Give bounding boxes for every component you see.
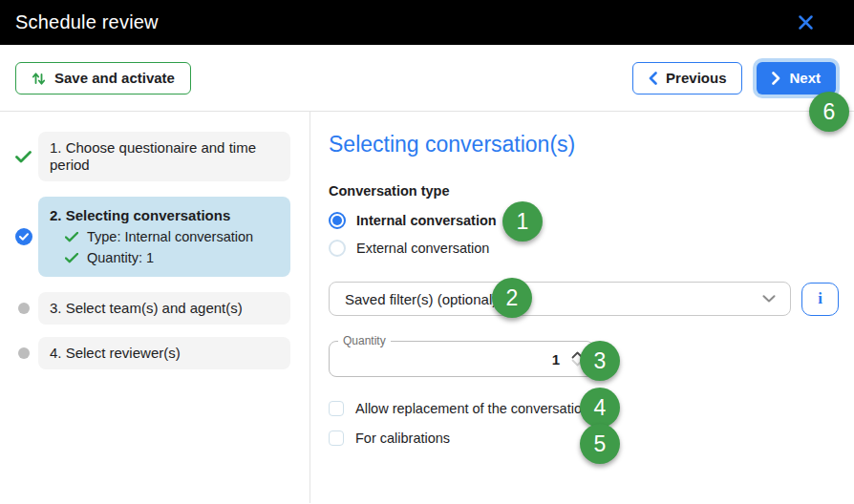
save-button-label: Save and activate xyxy=(54,70,175,86)
quantity-field[interactable]: Quantity 1 xyxy=(329,341,594,377)
step-item-select-reviewers[interactable]: 4. Select reviewer(s) xyxy=(38,337,290,369)
save-and-activate-button[interactable]: Save and activate xyxy=(15,62,191,94)
step-row-3: 3. Select team(s) and agent(s) xyxy=(15,292,290,325)
substep-type: Type: Internal conversation xyxy=(65,228,279,246)
step-item-choose-questionaire[interactable]: 1. Choose questionaire and time period xyxy=(38,132,290,181)
swap-vertical-icon xyxy=(32,71,46,86)
chevron-left-icon xyxy=(649,72,657,85)
dialog-header: Schedule review xyxy=(0,0,854,45)
step-row-4: 4. Select reviewer(s) xyxy=(15,337,290,369)
saved-filters-value: Saved filter(s) (optional) xyxy=(345,291,497,307)
saved-filters-select[interactable]: Saved filter(s) (optional) xyxy=(329,282,791,316)
radio-internal-conversation[interactable]: Internal conversation xyxy=(329,212,854,229)
step-item-select-teams[interactable]: 3. Select team(s) and agent(s) xyxy=(38,292,290,325)
substep-check-icon xyxy=(65,253,78,263)
step-row-2: 2. Selecting conversations Type: Interna… xyxy=(15,197,290,277)
step-pending-dot-icon xyxy=(18,347,30,359)
previous-button-label: Previous xyxy=(666,70,726,86)
wizard-nav-buttons: Previous Next xyxy=(632,62,836,94)
quantity-value: 1 xyxy=(552,351,560,368)
annotation-badge-3: 3 xyxy=(580,341,620,381)
annotation-badge-1: 1 xyxy=(502,201,543,242)
step-row-1: 1. Choose questionaire and time period xyxy=(15,132,290,181)
step-done-check-icon xyxy=(15,151,38,163)
conversation-type-label: Conversation type xyxy=(329,183,854,199)
checkbox-unchecked-icon xyxy=(329,430,344,446)
dialog-title: Schedule review xyxy=(15,11,159,33)
info-button[interactable]: i xyxy=(801,283,839,316)
step-label: 1. Choose questionaire and time period xyxy=(50,139,256,173)
toolbar: Save and activate Previous Next xyxy=(0,45,854,112)
checkbox-for-calibrations-label: For calibrations xyxy=(355,430,450,446)
quantity-label: Quantity xyxy=(338,334,391,347)
close-icon[interactable] xyxy=(794,10,818,34)
info-icon: i xyxy=(818,289,822,308)
radio-external-label: External conversation xyxy=(356,241,489,256)
saved-filters-row: Saved filter(s) (optional) i xyxy=(329,282,854,316)
radio-internal-label: Internal conversation xyxy=(356,213,497,228)
previous-button[interactable]: Previous xyxy=(632,62,742,94)
step-pending-dot-icon xyxy=(18,303,30,314)
step-active-check-icon xyxy=(15,228,32,245)
step-label: 4. Select reviewer(s) xyxy=(50,345,181,361)
radio-selected-icon xyxy=(329,212,346,229)
chevron-down-icon xyxy=(762,295,776,303)
step-label: 3. Select team(s) and agent(s) xyxy=(50,300,243,316)
dialog-body: 1. Choose questionaire and time period 2… xyxy=(0,112,854,503)
substep-label: Type: Internal conversation xyxy=(87,228,253,246)
stepper-sidebar: 1. Choose questionaire and time period 2… xyxy=(0,112,310,503)
next-button[interactable]: Next xyxy=(757,62,836,94)
annotation-badge-2: 2 xyxy=(492,278,532,318)
page-title: Selecting conversation(s) xyxy=(329,132,854,158)
chevron-right-icon xyxy=(772,72,780,85)
substep-quantity: Quantity: 1 xyxy=(65,249,279,267)
radio-unselected-icon xyxy=(329,240,346,257)
annotation-badge-4: 4 xyxy=(580,388,620,428)
substep-check-icon xyxy=(65,232,78,242)
schedule-review-dialog: Schedule review Save and activate xyxy=(0,0,854,504)
substep-label: Quantity: 1 xyxy=(87,249,154,267)
checkbox-allow-replacement-label: Allow replacement of the conversation xyxy=(355,401,589,416)
step-label: 2. Selecting conversations xyxy=(50,206,279,225)
annotation-badge-5: 5 xyxy=(580,424,620,464)
annotation-badge-6: 6 xyxy=(809,92,849,132)
radio-external-conversation[interactable]: External conversation xyxy=(329,240,854,257)
next-button-label: Next xyxy=(789,70,821,86)
checkbox-unchecked-icon xyxy=(329,401,344,416)
step-item-selecting-conversations[interactable]: 2. Selecting conversations Type: Interna… xyxy=(38,197,290,277)
